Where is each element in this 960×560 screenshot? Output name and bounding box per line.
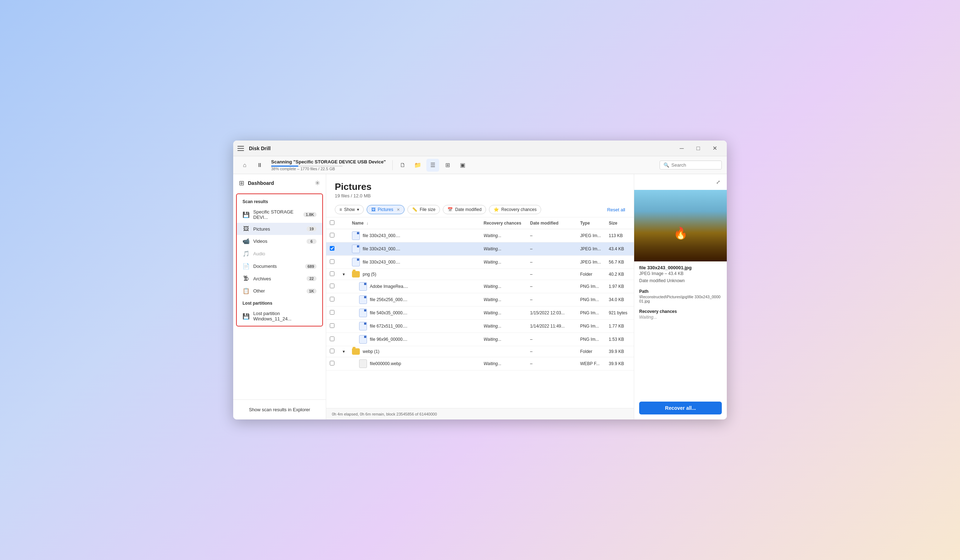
- sidebar-item-audio[interactable]: 🎵 Audio: [237, 248, 322, 260]
- row-checkbox[interactable]: [330, 259, 334, 264]
- row-chevron-cell[interactable]: ▾: [339, 269, 348, 280]
- row-recovery-cell: Waiting...: [480, 242, 526, 256]
- folder-icon: [352, 348, 360, 355]
- row-chevron-cell: [339, 306, 348, 320]
- audio-icon: 🎵: [243, 250, 250, 257]
- row-checkbox[interactable]: [330, 336, 334, 341]
- pictures-filter-button[interactable]: 🖼 Pictures ✕: [366, 205, 405, 214]
- row-recovery-cell: Waiting...: [480, 320, 526, 333]
- pictures-icon: 🖼: [243, 226, 250, 232]
- row-checkbox[interactable]: [330, 246, 334, 251]
- search-input[interactable]: [671, 162, 718, 168]
- row-chevron-cell: [339, 320, 348, 333]
- header-name[interactable]: Name ↓: [348, 218, 480, 229]
- row-checkbox[interactable]: [330, 361, 334, 365]
- header-type[interactable]: Type: [577, 218, 605, 229]
- header-size[interactable]: Size: [605, 218, 634, 229]
- row-checkbox[interactable]: [330, 310, 334, 315]
- show-filter-button[interactable]: ≡ Show ▾: [335, 205, 364, 214]
- sidebar-item-lost-partition[interactable]: 💾 Lost partition Windows_11_24...: [237, 308, 322, 324]
- panel-view-button[interactable]: ▣: [456, 159, 469, 172]
- row-size-cell: 56.7 KB: [605, 256, 634, 269]
- recover-all-button[interactable]: Recover all...: [639, 402, 722, 414]
- content-header: Pictures 19 files / 12.0 MB: [326, 174, 634, 202]
- row-name-cell: file 330x243_000....: [348, 229, 480, 242]
- row-size-cell: 1.97 KB: [605, 280, 634, 293]
- table-row[interactable]: file 672x511_000....Waiting...1/14/2022 …: [326, 320, 634, 333]
- table-row[interactable]: file 96x96_00000....Waiting...–PNG Im...…: [326, 333, 634, 346]
- table-row[interactable]: Adobe ImageRea....Waiting...–PNG Im...1.…: [326, 280, 634, 293]
- file-icon: [352, 245, 360, 253]
- sidebar-item-other[interactable]: 📋 Other 1K: [237, 285, 322, 297]
- file-name-text: file 672x511_000....: [370, 324, 407, 329]
- home-button[interactable]: ⌂: [238, 159, 251, 172]
- sidebar-item-pictures[interactable]: 🖼 Pictures 19: [237, 223, 322, 235]
- other-icon: 📋: [243, 288, 250, 294]
- close-button[interactable]: ✕: [707, 143, 723, 154]
- device-icon: 💾: [243, 211, 250, 218]
- row-size-cell: 40.2 KB: [605, 269, 634, 280]
- table-row[interactable]: file 330x243_000....Waiting...–JPEG Im..…: [326, 242, 634, 256]
- grid-view-button[interactable]: ⊞: [442, 159, 454, 172]
- row-checkbox[interactable]: [330, 283, 334, 288]
- date-modified-filter-button[interactable]: 📅 Date modified: [443, 205, 486, 214]
- pictures-badge: 19: [307, 226, 317, 231]
- menu-button[interactable]: [237, 144, 246, 153]
- file-name-text: file 540x35_0000....: [370, 310, 407, 315]
- other-badge: 1K: [307, 289, 317, 294]
- list-view-button[interactable]: ☰: [426, 159, 439, 172]
- filter-icon: ≡: [339, 207, 342, 212]
- table-row[interactable]: file 330x243_000....Waiting...–JPEG Im..…: [326, 256, 634, 269]
- row-checkbox[interactable]: [330, 297, 334, 301]
- file-name-text: png (5): [363, 272, 376, 277]
- sidebar-item-archives[interactable]: 🗜 Archives 22: [237, 272, 322, 285]
- scanning-sub: 38% complete – 1770 files / 22.5 GB: [271, 166, 386, 171]
- star-icon: ⭐: [494, 207, 499, 212]
- folder-button[interactable]: 📁: [411, 159, 424, 172]
- row-checkbox-cell: [326, 320, 339, 333]
- row-checkbox[interactable]: [330, 271, 334, 276]
- audio-label: Audio: [253, 251, 317, 256]
- row-name-cell: file 96x96_00000....: [348, 333, 480, 346]
- table-row[interactable]: file 256x256_000....Waiting...–PNG Im...…: [326, 293, 634, 306]
- pictures-filter-close[interactable]: ✕: [397, 207, 400, 212]
- sidebar-item-videos[interactable]: 📹 Videos 6: [237, 235, 322, 248]
- table-row[interactable]: file000000.webpWaiting...–WEBP F...39.9 …: [326, 357, 634, 370]
- header-date[interactable]: Date modified: [526, 218, 577, 229]
- header-checkbox[interactable]: [326, 218, 339, 229]
- new-doc-button[interactable]: 🗋: [396, 159, 409, 172]
- sidebar-item-documents[interactable]: 📄 Documents 689: [237, 260, 322, 272]
- select-all-checkbox[interactable]: [330, 220, 334, 225]
- file-icon: [352, 258, 360, 266]
- preview-expand-button[interactable]: ⤢: [713, 177, 723, 187]
- table-row[interactable]: ▾png (5)–Folder40.2 KB: [326, 269, 634, 280]
- row-date-cell: –: [526, 346, 577, 357]
- show-scan-results-button[interactable]: Show scan results in Explorer: [239, 405, 320, 414]
- file-name-text: file 96x96_00000....: [370, 337, 407, 342]
- reset-all-button[interactable]: Reset all: [607, 207, 625, 213]
- minimize-button[interactable]: ─: [674, 143, 690, 154]
- row-checkbox[interactable]: [330, 323, 334, 328]
- row-checkbox[interactable]: [330, 349, 334, 353]
- header-recovery[interactable]: Recovery chances: [480, 218, 526, 229]
- table-row[interactable]: ▾webp (1)–Folder39.9 KB: [326, 346, 634, 357]
- row-chevron-cell[interactable]: ▾: [339, 346, 348, 357]
- table-row[interactable]: file 330x243_000....Waiting...–JPEG Im..…: [326, 229, 634, 242]
- row-checkbox[interactable]: [330, 233, 334, 237]
- recovery-chances-filter-button[interactable]: ⭐ Recovery chances: [489, 205, 541, 214]
- row-name-cell: Adobe ImageRea....: [348, 280, 480, 293]
- file-icon: [352, 231, 360, 240]
- sort-arrow-name: ↓: [366, 221, 368, 226]
- row-name-cell: file 672x511_000....: [348, 320, 480, 333]
- row-date-cell: 1/14/2022 11:49...: [526, 320, 577, 333]
- sidebar-item-device[interactable]: 💾 Specific STORAGE DEVI... 1.8K: [237, 206, 322, 223]
- file-name-text: file 330x243_000....: [363, 233, 400, 238]
- pause-button[interactable]: ⏸: [253, 159, 266, 172]
- row-chevron-cell: [339, 333, 348, 346]
- app-window: Disk Drill ─ □ ✕ ⌂ ⏸ Scanning "Specific …: [233, 141, 727, 419]
- table-row[interactable]: file 540x35_0000....Waiting...1/15/2022 …: [326, 306, 634, 320]
- device-badge: 1.8K: [303, 212, 317, 217]
- file-size-filter-button[interactable]: 📏 File size: [407, 205, 440, 214]
- maximize-button[interactable]: □: [690, 143, 706, 154]
- row-type-cell: JPEG Im...: [577, 229, 605, 242]
